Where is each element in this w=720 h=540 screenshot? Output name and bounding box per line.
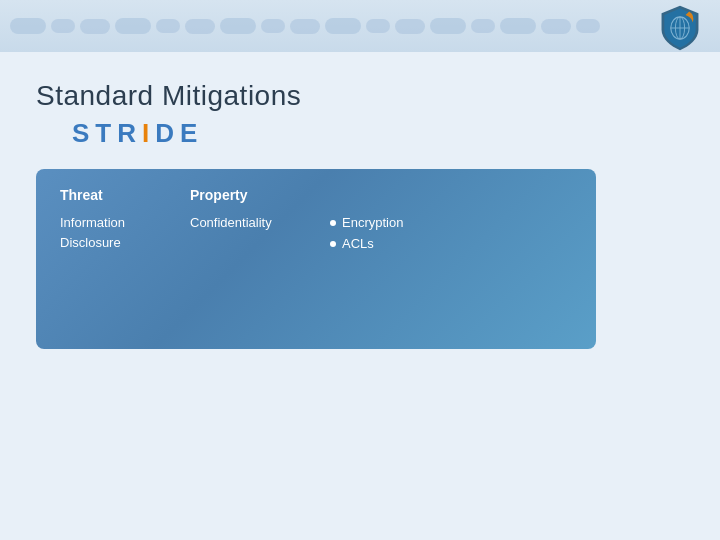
dna-pattern xyxy=(10,18,710,34)
threat-cell: Information Disclosure xyxy=(60,213,190,252)
threat-line2: Disclosure xyxy=(60,233,190,253)
mitigation-label: Encryption xyxy=(342,213,403,234)
main-content: Standard Mitigations STRIDE Threat Prope… xyxy=(0,52,720,540)
bullet-icon xyxy=(330,241,336,247)
mitigation-list: Encryption ACLs xyxy=(330,213,572,255)
dna-pill xyxy=(261,19,285,33)
mitigation-cell: Encryption ACLs xyxy=(330,213,572,255)
col-header-threat: Threat xyxy=(60,187,190,203)
dna-pill xyxy=(325,18,361,34)
bullet-icon xyxy=(330,220,336,226)
stride-letter-s: S xyxy=(72,118,95,148)
dna-pill xyxy=(80,19,110,34)
dna-pill xyxy=(500,18,536,34)
dna-pill xyxy=(430,18,466,34)
mitigation-item-encryption: Encryption xyxy=(330,213,572,234)
top-band xyxy=(0,0,720,52)
stride-letter-i: I xyxy=(142,118,155,148)
table-header-row: Threat Property xyxy=(60,187,572,203)
dna-pill xyxy=(156,19,180,33)
property-cell: Confidentiality xyxy=(190,213,330,233)
table-row: Information Disclosure Confidentiality E… xyxy=(60,213,572,255)
dna-pill xyxy=(290,19,320,34)
col-header-mitigation xyxy=(330,187,572,203)
stride-letter-d: D xyxy=(155,118,180,148)
dna-pill xyxy=(366,19,390,33)
stride-title: STRIDE xyxy=(36,118,684,149)
dna-pill xyxy=(220,18,256,34)
dna-pill xyxy=(395,19,425,34)
stride-letter-e: E xyxy=(180,118,203,148)
col-header-property: Property xyxy=(190,187,330,203)
dna-pill xyxy=(185,19,215,34)
mitigation-table: Threat Property Information Disclosure C… xyxy=(36,169,596,349)
mitigation-label: ACLs xyxy=(342,234,374,255)
dna-pill xyxy=(541,19,571,34)
dna-pill xyxy=(10,18,46,34)
page-title: Standard Mitigations xyxy=(36,80,684,112)
dna-pill xyxy=(471,19,495,33)
mitigation-item-acls: ACLs xyxy=(330,234,572,255)
shield-icon xyxy=(656,4,704,52)
dna-pill xyxy=(51,19,75,33)
stride-letter-r: R xyxy=(117,118,142,148)
dna-pill xyxy=(115,18,151,34)
dna-pill xyxy=(576,19,600,33)
threat-line1: Information xyxy=(60,213,190,233)
stride-letter-t: T xyxy=(95,118,117,148)
